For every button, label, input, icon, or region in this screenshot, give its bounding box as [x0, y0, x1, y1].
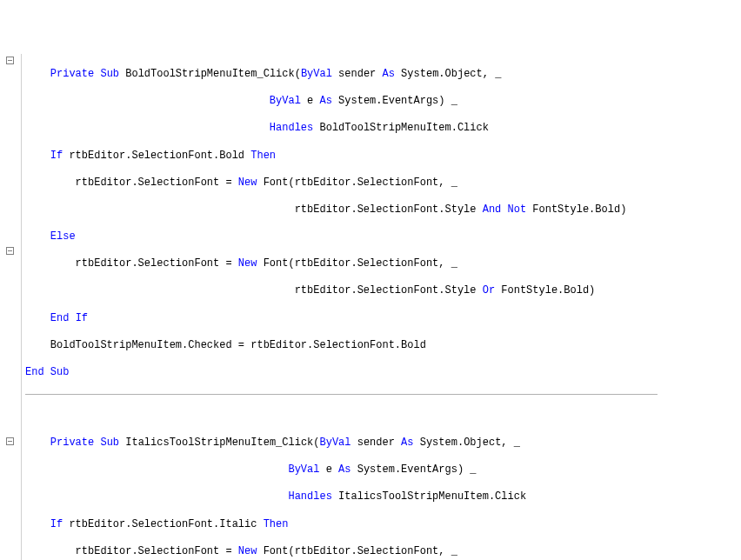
code-text: [25, 518, 50, 530]
code-text: rtbEditor.SelectionFont.Italic: [63, 518, 263, 530]
code-line: rtbEditor.SelectionFont = New Font(rtbEd…: [25, 545, 658, 559]
code-text: rtbEditor.SelectionFont.Style: [25, 203, 483, 216]
keyword: Handles: [270, 122, 313, 134]
code-text: System.Object, _: [414, 437, 520, 449]
code-text: System.EventArgs) _: [351, 463, 477, 476]
keyword: As: [383, 68, 395, 80]
keyword: Private: [50, 68, 94, 80]
code-text: FontStyle.Bold): [495, 284, 595, 297]
code-text: [50, 122, 270, 134]
keyword: And: [483, 203, 502, 216]
code-line: rtbEditor.SelectionFont.Style Or FontSty…: [25, 284, 658, 298]
keyword: Private: [50, 437, 94, 449]
code-text: Font(rtbEditor.SelectionFont, _: [257, 177, 457, 189]
code-text: ItalicsToolStripMenuItem_Click(: [119, 437, 319, 449]
code-line: Private Sub BoldToolStripMenuItem_Click(…: [25, 68, 658, 82]
code-text: rtbEditor.SelectionFont.Bold: [63, 150, 250, 162]
keyword: New: [238, 257, 257, 270]
code-line: Else: [25, 230, 658, 244]
code-text: BoldToolStripMenuItem_Click(: [119, 68, 301, 80]
code-text: [25, 312, 50, 324]
fold-toggle-icon[interactable]: [6, 247, 14, 255]
method-separator: [25, 394, 658, 395]
code-line: Private Sub ItalicsToolStripMenuItem_Cli…: [25, 437, 658, 450]
keyword: ByVal: [270, 95, 301, 107]
code-text: BoldToolStripMenuItem.Checked = rtbEdito…: [25, 339, 426, 351]
code-line: Handles BoldToolStripMenuItem.Click: [25, 122, 658, 136]
keyword: If: [76, 312, 88, 324]
code-text: rtbEditor.SelectionFont =: [25, 257, 238, 270]
code-text: [50, 463, 289, 476]
code-text: ItalicsToolStripMenuItem.Click: [332, 490, 526, 503]
keyword: Then: [264, 518, 289, 530]
code-text: rtbEditor.SelectionFont =: [25, 177, 238, 189]
keyword: Else: [50, 230, 76, 243]
code-text: [50, 95, 270, 107]
keyword: As: [319, 95, 331, 107]
keyword: As: [338, 463, 350, 476]
code-line: rtbEditor.SelectionFont = New Font(rtbEd…: [25, 177, 658, 190]
code-text: rtbEditor.SelectionFont =: [25, 545, 238, 557]
keyword: If: [50, 518, 63, 530]
keyword: As: [401, 437, 413, 449]
keyword: Not: [508, 203, 527, 216]
keyword: Then: [250, 150, 276, 162]
code-line: BoldToolStripMenuItem.Checked = rtbEdito…: [25, 339, 658, 353]
code-line: rtbEditor.SelectionFont.Style And Not Fo…: [25, 203, 658, 217]
keyword: ByVal: [319, 437, 350, 449]
code-line: rtbEditor.SelectionFont = New Font(rtbEd…: [25, 257, 658, 271]
fold-toggle-icon[interactable]: [6, 57, 14, 64]
keyword: Sub: [50, 366, 70, 378]
code-line: [25, 410, 658, 423]
code-text: [50, 490, 289, 503]
keyword: End: [25, 366, 44, 378]
code-text: Font(rtbEditor.SelectionFont, _: [257, 257, 457, 270]
code-text: FontStyle.Bold): [526, 203, 626, 216]
code-line: If rtbEditor.SelectionFont.Bold Then: [25, 150, 658, 163]
fold-toggle-icon[interactable]: [6, 437, 14, 445]
code-line: End If: [25, 312, 658, 326]
keyword: Sub: [100, 437, 119, 449]
code-line: End Sub: [25, 366, 658, 380]
code-line: If rtbEditor.SelectionFont.Italic Then: [25, 518, 658, 532]
fold-gutter: [0, 54, 22, 560]
code-line: ByVal e As System.EventArgs) _: [25, 463, 658, 477]
code-editor: Private Sub BoldToolStripMenuItem_Click(…: [0, 54, 741, 560]
keyword: Or: [483, 284, 495, 297]
code-text: sender: [351, 437, 402, 449]
code-line: ByVal e As System.EventArgs) _: [25, 95, 658, 109]
code-text: [25, 150, 50, 162]
keyword: End: [50, 312, 70, 324]
code-text: e: [301, 95, 320, 107]
keyword: Sub: [100, 68, 119, 80]
code-text: sender: [332, 68, 383, 80]
keyword: ByVal: [288, 463, 319, 476]
keyword: New: [238, 177, 257, 189]
keyword: New: [238, 545, 257, 557]
keyword: Handles: [288, 490, 331, 503]
code-text: Font(rtbEditor.SelectionFont, _: [257, 545, 457, 557]
code-text: System.EventArgs) _: [332, 95, 457, 107]
code-text: [25, 230, 50, 243]
code-text: BoldToolStripMenuItem.Click: [313, 122, 489, 134]
code-line: Handles ItalicsToolStripMenuItem.Click: [25, 490, 658, 504]
code-text: System.Object, _: [395, 68, 501, 80]
keyword: If: [50, 150, 63, 162]
code-text: e: [319, 463, 338, 476]
code-content[interactable]: Private Sub BoldToolStripMenuItem_Click(…: [22, 54, 658, 560]
code-text: rtbEditor.SelectionFont.Style: [25, 284, 483, 297]
keyword: ByVal: [301, 68, 332, 80]
